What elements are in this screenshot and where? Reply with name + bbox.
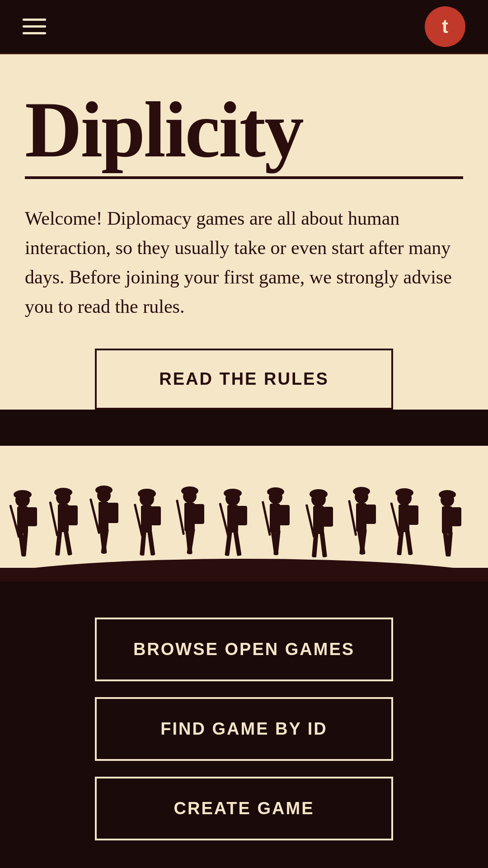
svg-rect-19 [108, 503, 118, 523]
svg-rect-75 [451, 507, 461, 526]
svg-point-66 [395, 488, 413, 497]
read-rules-button[interactable]: READ THE RULES [95, 349, 393, 410]
svg-rect-28 [147, 531, 155, 556]
svg-rect-4 [17, 506, 28, 533]
hamburger-line-1 [23, 19, 46, 21]
soldiers-illustration [0, 446, 488, 581]
svg-point-10 [54, 488, 72, 497]
svg-rect-50 [262, 501, 271, 536]
find-game-button[interactable]: FIND GAME BY ID [95, 697, 393, 761]
app-title: Diplicity [25, 90, 463, 179]
svg-point-38 [224, 489, 242, 498]
svg-point-45 [267, 487, 284, 496]
svg-rect-46 [270, 504, 280, 533]
svg-rect-61 [366, 505, 376, 524]
svg-rect-33 [194, 504, 204, 524]
create-game-button[interactable]: CREATE GAME [95, 777, 393, 840]
svg-rect-5 [27, 507, 37, 526]
svg-point-31 [181, 486, 198, 495]
svg-rect-47 [279, 505, 290, 525]
svg-point-3 [14, 490, 32, 499]
app-header: t [0, 0, 488, 54]
welcome-description: Welcome! Diplomacy games are all about h… [25, 204, 463, 321]
hamburger-line-3 [23, 32, 46, 34]
svg-rect-68 [408, 505, 418, 525]
svg-rect-1 [0, 568, 488, 581]
menu-button[interactable] [23, 19, 46, 34]
bottom-actions: BROWSE OPEN GAMES FIND GAME BY ID CREATE… [0, 581, 488, 868]
svg-rect-32 [184, 503, 195, 531]
svg-rect-74 [442, 506, 452, 533]
svg-point-52 [310, 489, 328, 499]
svg-rect-36 [176, 500, 185, 535]
svg-rect-40 [237, 506, 247, 525]
svg-point-59 [353, 487, 370, 496]
svg-rect-39 [227, 505, 238, 533]
svg-rect-11 [58, 504, 69, 532]
main-content-area: Diplicity Welcome! Diplomacy games are a… [0, 54, 488, 410]
svg-rect-14 [63, 529, 72, 556]
svg-point-24 [138, 489, 156, 499]
user-avatar[interactable]: t [425, 6, 465, 47]
svg-rect-42 [233, 531, 242, 557]
svg-rect-25 [141, 505, 152, 533]
hamburger-line-2 [23, 25, 46, 28]
svg-rect-70 [405, 530, 413, 556]
svg-rect-67 [399, 505, 409, 532]
svg-point-17 [95, 486, 113, 495]
svg-rect-15 [49, 501, 58, 536]
svg-rect-26 [151, 506, 161, 525]
svg-rect-54 [323, 507, 333, 527]
soldiers-svg [0, 446, 488, 581]
svg-rect-56 [319, 531, 327, 558]
browse-games-button[interactable]: BROWSE OPEN GAMES [95, 618, 393, 681]
svg-point-73 [439, 490, 456, 499]
svg-rect-12 [68, 505, 78, 525]
svg-rect-64 [348, 500, 357, 536]
svg-rect-53 [313, 506, 324, 534]
svg-rect-60 [356, 503, 366, 532]
svg-rect-18 [99, 502, 108, 531]
